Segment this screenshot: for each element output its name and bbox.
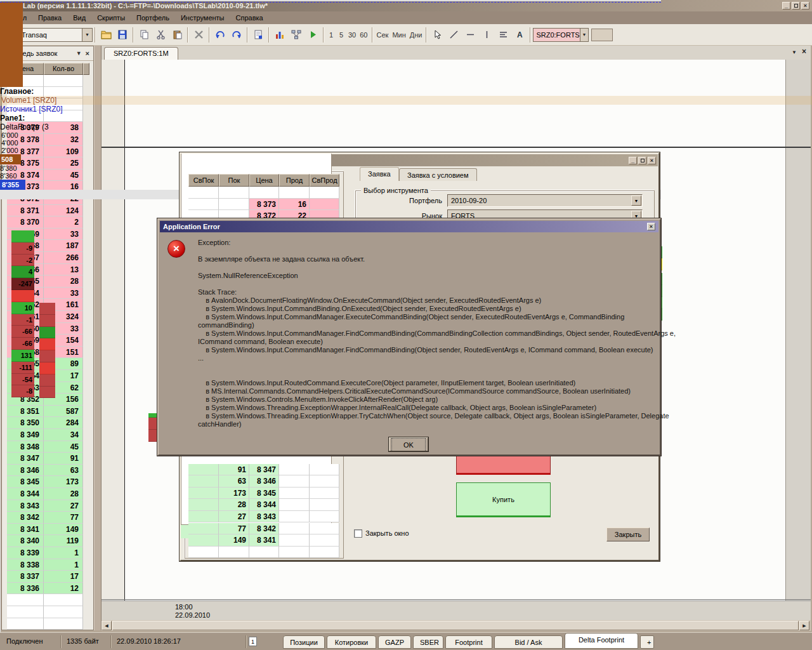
table-cell[interactable]	[188, 547, 219, 559]
horizontal-line-button[interactable]	[462, 27, 478, 43]
order-queue-header[interactable]: Очередь заявок ▼ ×	[2, 46, 93, 61]
table-cell[interactable]: 8 346	[249, 475, 279, 488]
order-book-qty[interactable]: 28	[44, 488, 83, 500]
save-button[interactable]	[114, 27, 131, 43]
cut-button[interactable]	[152, 27, 169, 43]
menu-item[interactable]: Вид	[67, 11, 91, 24]
chart-button[interactable]	[272, 27, 288, 43]
order-book-qty[interactable]: 13	[44, 264, 83, 276]
bottom-tab-bid-ask-footprint[interactable]: Bid / Ask Footprint	[494, 635, 563, 649]
order-book-price[interactable]: 8 377	[7, 146, 44, 158]
table-cell[interactable]	[310, 523, 339, 535]
period-button[interactable]: Мин	[390, 28, 407, 42]
scroll-thumb[interactable]	[112, 621, 799, 630]
table-cell[interactable]	[188, 187, 219, 199]
order-book-price[interactable]: 8 365	[7, 275, 44, 288]
order-book-price[interactable]: 8 337	[7, 571, 44, 583]
bottom-tab-котировки[interactable]: Котировки	[327, 635, 376, 649]
table-cell[interactable]: 8 345	[249, 488, 279, 500]
order-book-qty[interactable]	[44, 110, 83, 123]
order-book-qty[interactable]: 33	[44, 288, 83, 300]
order-book-qty[interactable]: 324	[44, 311, 83, 323]
order-book-price[interactable]: 8 354	[7, 370, 44, 382]
order-book-price[interactable]: 8 372	[7, 193, 44, 205]
order-book-qty[interactable]: 284	[44, 417, 83, 429]
order-book-price[interactable]: 8 371	[7, 205, 44, 217]
dialog-close-action-button[interactable]: Закрыть	[606, 527, 650, 541]
open-folder-button[interactable]	[98, 27, 114, 43]
order-book-qty[interactable]: 16	[44, 181, 83, 193]
order-book-qty[interactable]	[44, 594, 83, 606]
table-cell[interactable]	[188, 475, 219, 488]
bottom-tab-позиции[interactable]: Позиции	[283, 635, 325, 649]
order-book-qty[interactable]: 63	[44, 465, 83, 477]
order-book-price[interactable]: 8 359	[7, 335, 44, 347]
table-cell[interactable]	[279, 488, 310, 500]
order-book-price[interactable]	[7, 618, 44, 630]
order-book-qty[interactable]: 33	[44, 229, 83, 241]
order-book-qty[interactable]: 45	[44, 169, 83, 182]
table-cell[interactable]: 8 344	[249, 499, 279, 511]
order-book-price[interactable]: 8 345	[7, 476, 44, 488]
table-cell[interactable]	[310, 534, 339, 547]
order-book-price[interactable]: 8 375	[7, 157, 44, 169]
table-cell[interactable]	[249, 547, 279, 559]
close-window-checkbox[interactable]	[354, 529, 362, 538]
error-close-button[interactable]: ×	[647, 223, 655, 230]
order-book-qty[interactable]: 17	[44, 571, 83, 583]
trend-line-button[interactable]	[445, 27, 462, 43]
text-label-button[interactable]: A	[511, 27, 528, 43]
order-book-price[interactable]: 8 336	[7, 583, 44, 595]
order-book-price[interactable]: 8 374	[7, 169, 44, 182]
table-cell[interactable]	[188, 511, 219, 523]
transaq-combo[interactable]: Transaq ▼	[9, 28, 93, 42]
table-cell[interactable]	[310, 475, 339, 488]
order-book-price[interactable]: 8 364	[7, 288, 44, 300]
table-cell[interactable]: 27	[219, 511, 249, 523]
order-book-qty[interactable]: 77	[44, 512, 83, 524]
order-book-qty[interactable]: 124	[44, 205, 83, 217]
order-book-qty[interactable]	[44, 606, 83, 618]
order-book-price[interactable]: 8 362	[7, 299, 44, 311]
buy-button[interactable]: Купить	[456, 482, 551, 517]
table-cell[interactable]: 173	[219, 488, 249, 500]
order-book-qty[interactable]: 266	[44, 252, 83, 264]
order-book-qty[interactable]: 27	[44, 500, 83, 512]
column-header[interactable]: Цена	[249, 174, 279, 187]
order-book-price[interactable]	[7, 110, 44, 123]
instrument-combo[interactable]: SRZ0:FORTS ▼	[533, 28, 589, 42]
table-cell[interactable]: 91	[219, 464, 249, 476]
table-cell[interactable]: 8 342	[249, 523, 279, 535]
order-book-qty[interactable]: 173	[44, 476, 83, 488]
order-book-price[interactable]: 8 340	[7, 535, 44, 547]
cursor-button[interactable]	[429, 27, 445, 43]
table-cell[interactable]	[188, 523, 219, 535]
blank-button[interactable]	[591, 29, 613, 41]
table-cell[interactable]	[279, 499, 310, 511]
tabstrip-dropdown-icon[interactable]: ▼	[792, 50, 797, 55]
levels-button[interactable]	[495, 27, 511, 43]
bottom-tab-sber[interactable]: SBER	[413, 635, 443, 649]
order-book-price[interactable]: 8 339	[7, 547, 44, 559]
copy-button[interactable]	[136, 27, 152, 43]
order-book-price[interactable]: 8 366	[7, 264, 44, 276]
order-book-price[interactable]: 8 344	[7, 488, 44, 500]
order-book-qty[interactable]: 34	[44, 429, 83, 441]
order-book-price[interactable]: 8 351	[7, 406, 44, 418]
horizontal-scrollbar[interactable]: ◀ ▶	[102, 620, 811, 631]
order-book-qty[interactable]	[44, 618, 83, 630]
table-cell[interactable]: 63	[219, 475, 249, 488]
minimize-button[interactable]: _	[782, 2, 790, 10]
order-book-price[interactable]: 8 338	[7, 559, 44, 571]
order-book-price[interactable]: 8 379	[7, 122, 44, 134]
bottom-tab-delta-footprint[interactable]: Delta Footprint	[565, 633, 638, 649]
table-cell[interactable]	[188, 199, 219, 211]
order-book-qty[interactable]: 154	[44, 335, 83, 347]
table-cell[interactable]	[219, 199, 249, 211]
menu-item[interactable]: Справка	[230, 11, 269, 24]
close-button[interactable]: ×	[801, 2, 809, 10]
table-cell[interactable]	[310, 547, 339, 559]
order-book-qty[interactable]: 109	[44, 146, 83, 158]
order-book-qty[interactable]: 45	[44, 441, 83, 453]
table-cell[interactable]	[279, 547, 310, 559]
